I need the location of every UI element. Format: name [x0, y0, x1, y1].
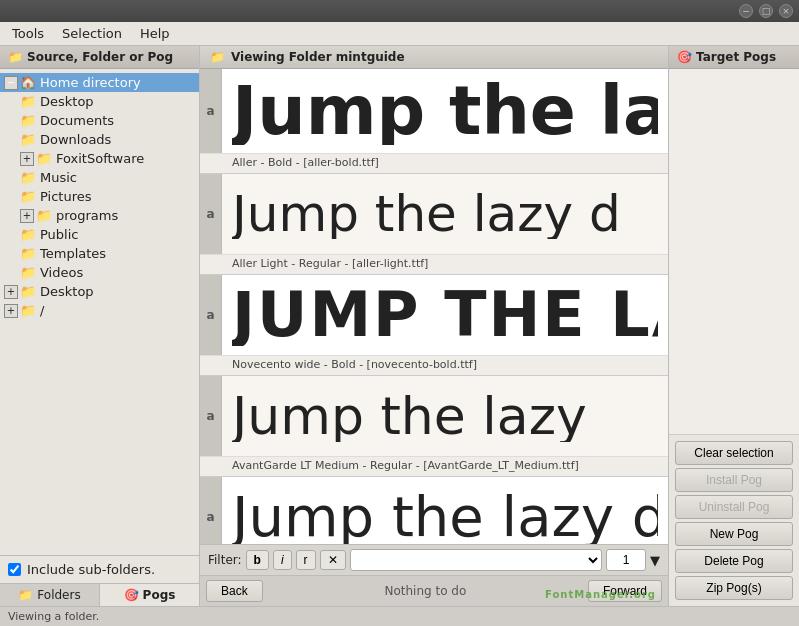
tree-container[interactable]: − 🏠 Home directory 📁 Desktop 📁 Documents… [0, 69, 199, 555]
tree-label-music: Music [40, 170, 77, 185]
main-container: 📁 Source, Folder or Pog − 🏠 Home directo… [0, 46, 799, 626]
right-panel-content [669, 69, 799, 435]
zip-pogs-button[interactable]: Zip Pog(s) [675, 576, 793, 600]
font-item-3[interactable]: a Jump the lazy AvantGarde LT Medium - R… [200, 376, 668, 477]
center-panel-header: 📁 Viewing Folder mintguide [200, 46, 668, 69]
minimize-button[interactable]: − [739, 4, 753, 18]
folder-icon-music: 📁 [20, 170, 36, 185]
tree-item-templates[interactable]: 📁 Templates [0, 244, 199, 263]
folder-icon-pictures: 📁 [20, 189, 36, 204]
tree-label-programs: programs [56, 208, 118, 223]
tree-item-music[interactable]: 📁 Music [0, 168, 199, 187]
nav-bar: Back Nothing to do Forward [200, 575, 668, 606]
include-subfolders-label: Include sub-folders. [27, 562, 155, 577]
back-button[interactable]: Back [206, 580, 263, 602]
center-panel: 📁 Viewing Folder mintguide a Jump the la… [200, 46, 669, 606]
tree-toggle-root[interactable]: + [4, 304, 18, 318]
left-panel: 📁 Source, Folder or Pog − 🏠 Home directo… [0, 46, 200, 606]
uninstall-pog-button[interactable]: Uninstall Pog [675, 495, 793, 519]
status-bar: Viewing a folder. FontManager.org [0, 606, 799, 626]
left-panel-title: Source, Folder or Pog [27, 50, 173, 64]
folder-icon-downloads: 📁 [20, 132, 36, 147]
folder-icon-public: 📁 [20, 227, 36, 242]
font-badge-1: a [200, 174, 222, 254]
filter-bold-button[interactable]: b [246, 550, 269, 570]
tree-toggle-desktop[interactable]: + [4, 285, 18, 299]
font-preview-0: Jump the lazy d [222, 69, 668, 153]
filter-italic-button[interactable]: i [273, 550, 292, 570]
tree-label-pictures: Pictures [40, 189, 91, 204]
font-item-1[interactable]: a Jump the lazy d Aller Light - Regular … [200, 174, 668, 275]
menu-selection[interactable]: Selection [54, 24, 130, 43]
tree-item-programs[interactable]: + 📁 programs [0, 206, 199, 225]
tree-toggle-programs[interactable]: + [20, 209, 34, 223]
font-badge-2: a [200, 275, 222, 355]
folders-tab-icon: 📁 [18, 588, 33, 602]
delete-pog-button[interactable]: Delete Pog [675, 549, 793, 573]
font-name-1: Aller Light - Regular - [aller-light.ttf… [200, 254, 668, 274]
checkbox-area: Include sub-folders. [0, 555, 199, 583]
filter-bar: Filter: b i r ✕ ▼ [200, 544, 668, 575]
folders-tab-label: Folders [37, 588, 80, 602]
pogs-tab-label: Pogs [143, 588, 176, 602]
tree-label-home: Home directory [40, 75, 141, 90]
font-item-4[interactable]: a Jump the lazy d [200, 477, 668, 544]
tree-toggle-foxit[interactable]: + [20, 152, 34, 166]
menu-help[interactable]: Help [132, 24, 178, 43]
tree-label-templates: Templates [40, 246, 106, 261]
folder-icon-desktop: 📁 [20, 284, 36, 299]
filter-dropdown[interactable] [350, 549, 602, 571]
tree-label-foxit: FoxitSoftware [56, 151, 144, 166]
tree-label-videos: Videos [40, 265, 83, 280]
tree-item-downloads[interactable]: 📁 Downloads [0, 130, 199, 149]
right-panel-buttons: Clear selection Install Pog Uninstall Po… [669, 435, 799, 606]
tree-item-desktop-sub[interactable]: 📁 Desktop [0, 92, 199, 111]
tree-item-public[interactable]: 📁 Public [0, 225, 199, 244]
font-preview-1: Jump the lazy d [222, 174, 631, 254]
tree-item-pictures[interactable]: 📁 Pictures [0, 187, 199, 206]
folder-icon-root: 📁 [20, 303, 36, 318]
font-item-0[interactable]: a Jump the lazy d Aller - Bold - [aller-… [200, 69, 668, 174]
folder-icon-videos: 📁 [20, 265, 36, 280]
clear-selection-button[interactable]: Clear selection [675, 441, 793, 465]
status-text: Viewing a folder. [8, 610, 99, 623]
tree-item-videos[interactable]: 📁 Videos [0, 263, 199, 282]
font-name-2: Novecento wide - Bold - [novecento-bold.… [200, 355, 668, 375]
font-badge-4: a [200, 477, 222, 544]
pogs-tab-icon: 🎯 [124, 588, 139, 602]
center-header-title: Viewing Folder mintguide [231, 50, 405, 64]
tree-item-home[interactable]: − 🏠 Home directory [0, 73, 199, 92]
tree-label-desktop: Desktop [40, 284, 94, 299]
tree-toggle-home[interactable]: − [4, 76, 18, 90]
filter-number-input[interactable] [606, 549, 646, 571]
close-button[interactable]: × [779, 4, 793, 18]
tree-item-documents[interactable]: 📁 Documents [0, 111, 199, 130]
tree-item-desktop[interactable]: + 📁 Desktop [0, 282, 199, 301]
right-panel-title: Target Pogs [696, 50, 776, 64]
font-preview-4: Jump the lazy d [222, 477, 668, 544]
tree-label-public: Public [40, 227, 78, 242]
filter-clear-button[interactable]: ✕ [320, 550, 346, 570]
left-panel-header: 📁 Source, Folder or Pog [0, 46, 199, 69]
font-item-2[interactable]: a Jump the la Novecento wide - Bold - [n… [200, 275, 668, 376]
install-pog-button[interactable]: Install Pog [675, 468, 793, 492]
new-pog-button[interactable]: New Pog [675, 522, 793, 546]
tree-item-foxit[interactable]: + 📁 FoxitSoftware [0, 149, 199, 168]
nav-status: Nothing to do [267, 584, 584, 598]
maximize-button[interactable]: □ [759, 4, 773, 18]
menu-tools[interactable]: Tools [4, 24, 52, 43]
tree-label-root: / [40, 303, 44, 318]
include-subfolders-checkbox[interactable] [8, 563, 21, 576]
tab-bar: 📁 Folders 🎯 Pogs [0, 583, 199, 606]
forward-button[interactable]: Forward [588, 580, 662, 602]
tree-label-documents: Documents [40, 113, 114, 128]
home-directory-icon: 🏠 [20, 75, 36, 90]
folder-icon-foxit: 📁 [36, 151, 52, 166]
tree-item-root[interactable]: + 📁 / [0, 301, 199, 320]
font-badge-3: a [200, 376, 222, 456]
tab-folders[interactable]: 📁 Folders [0, 584, 100, 606]
filter-regular-button[interactable]: r [296, 550, 316, 570]
folder-icon-documents: 📁 [20, 113, 36, 128]
tab-pogs[interactable]: 🎯 Pogs [100, 584, 199, 606]
font-list[interactable]: a Jump the lazy d Aller - Bold - [aller-… [200, 69, 668, 544]
